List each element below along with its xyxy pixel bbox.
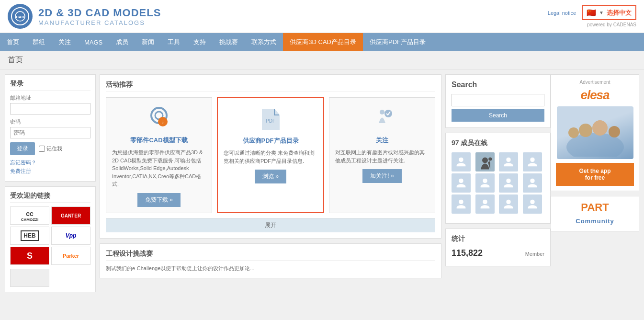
email-group: 邮箱地址 <box>10 94 90 114</box>
member-avatar-7[interactable] <box>499 173 518 193</box>
more-brands <box>10 269 90 287</box>
brand-extra1[interactable] <box>10 269 49 287</box>
header-title: 2D & 3D CAD MODELS MANUFACTURER CATALOGS <box>38 7 161 26</box>
follow-card-title: 关注 <box>335 136 429 145</box>
left-sidebar: 登录 邮箱地址 密码 登录 记住我 忘记密码？ 免费注册 <box>5 74 96 297</box>
challenge-title: 工程设计挑战赛 <box>106 250 435 261</box>
nav-follow[interactable]: 关注 <box>52 33 78 51</box>
member-avatar-5[interactable] <box>452 173 471 193</box>
ad-panel: Advertisement elesa Get the appfor free … <box>551 74 639 297</box>
header-logo: CAD 2D & 3D CAD MODELS MANUFACTURER CATA… <box>8 4 161 29</box>
search-widget: Search Search <box>445 74 551 128</box>
svg-point-11 <box>488 157 492 160</box>
lang-label: 选择中文 <box>607 9 632 17</box>
flag-icon: 🇨🇳 <box>587 8 596 17</box>
nav-contact[interactable]: 联系方式 <box>245 33 283 51</box>
right-sidebar: Search Search 97 成员在线 <box>445 74 551 297</box>
search-input[interactable] <box>452 94 544 106</box>
breadcrumb: 首页 <box>0 51 644 69</box>
site-subtitle: MANUFACTURER CATALOGS <box>38 19 161 26</box>
stats-title: 统计 <box>452 235 544 243</box>
remember-label[interactable]: 记住我 <box>39 145 62 152</box>
password-label: 密码 <box>10 118 90 126</box>
nav-tools[interactable]: 工具 <box>161 33 187 51</box>
center-content: 活动推荐 ↓ 零部件CAD模型下载 <box>100 74 441 297</box>
nav-members[interactable]: 成员 <box>109 33 135 51</box>
challenge-desc: 测试我们的e-Challenge以便于帮助促上让你的设计作品更加论... <box>106 264 435 273</box>
member-avatar-3[interactable] <box>499 152 518 171</box>
cad-download-button[interactable]: 免费下载 » <box>137 193 181 207</box>
nav-groups[interactable]: 群组 <box>26 33 52 51</box>
nav-home[interactable]: 首页 <box>0 33 26 51</box>
pdf-browse-button[interactable]: 浏览 » <box>255 170 286 183</box>
svg-point-15 <box>609 126 620 137</box>
ad-label: Advertisement <box>556 80 634 85</box>
login-section: 登录 邮箱地址 密码 登录 记住我 忘记密码？ 免费注册 <box>5 74 96 182</box>
login-button[interactable]: 登录 <box>10 142 35 155</box>
brand-ganter[interactable]: GANTER <box>51 206 90 225</box>
password-input[interactable] <box>10 127 90 138</box>
member-avatar-2[interactable] <box>475 152 495 171</box>
brand-grid: cc CAMOZZI GANTER HEB Vpp S Parker <box>10 206 90 265</box>
search-button[interactable]: Search <box>452 109 544 122</box>
member-avatar-11[interactable] <box>499 194 518 214</box>
member-avatar-9[interactable] <box>452 194 471 214</box>
header-right: Legal notice 🇨🇳 ▼ 选择中文 powered by CADENA… <box>548 5 636 27</box>
nav-pdf-catalog[interactable]: 供应商PDF产品目录 <box>363 33 432 51</box>
member-avatar-6[interactable] <box>475 173 495 193</box>
elesa-logo: elesa <box>556 88 634 103</box>
cad-card[interactable]: ↓ 零部件CAD模型下载 为您提供海量的零部件供应商产品3D & 2D CAD模… <box>106 97 212 213</box>
email-label: 邮箱地址 <box>10 94 90 102</box>
brand-camozzi[interactable]: cc CAMOZZI <box>10 206 49 225</box>
main-nav: 首页 群组 关注 MAGS 成员 新闻 工具 支持 挑战赛 联系方式 供应商3D… <box>0 33 644 51</box>
svg-point-13 <box>579 124 592 137</box>
cad-card-desc: 为您提供海量的零部件供应商产品3D & 2D CAD模型免费下载服务,可输出包括… <box>112 149 206 188</box>
ad-people-image <box>557 106 633 159</box>
brand-s[interactable]: S <box>10 247 49 265</box>
follow-button[interactable]: 加关注! » <box>362 169 401 183</box>
brand-parker[interactable]: Parker <box>51 247 90 265</box>
pdf-card[interactable]: PDF 供应商PDF产品目录 您可以通过清晰的分类,来免费查询和浏览相关的供应商… <box>217 97 324 213</box>
svg-point-16 <box>568 127 579 138</box>
svg-text:CAD: CAD <box>16 15 24 19</box>
powered-by: powered by CADENAS <box>587 22 636 27</box>
email-input[interactable] <box>10 103 90 114</box>
login-title: 登录 <box>10 80 90 91</box>
member-avatar-4[interactable] <box>523 152 542 171</box>
follow-card[interactable]: 关注 对互联网上的有趣图片或对感兴趣的其他成员工程设计主题进行关注. 加关注! … <box>329 97 435 213</box>
advertisement-box: Advertisement elesa Get the appfor free <box>551 74 639 191</box>
register-link[interactable]: 免费注册 <box>10 168 90 175</box>
part-community-box: PART Community <box>551 196 639 231</box>
legal-notice-link[interactable]: Legal notice <box>548 10 576 16</box>
cad-icon: ↓ <box>112 103 206 132</box>
member-avatar-1[interactable] <box>452 152 471 171</box>
lang-dropdown-arrow: ▼ <box>599 10 604 15</box>
member-avatar-10[interactable] <box>475 194 495 214</box>
nav-3d-catalog[interactable]: 供应商3D CAD产品目录 <box>283 33 363 51</box>
nav-challenges[interactable]: 挑战赛 <box>213 33 245 51</box>
follow-icon <box>335 103 429 132</box>
forgot-password-link[interactable]: 忘记密码？ <box>10 159 90 166</box>
member-avatar-8[interactable] <box>523 173 542 193</box>
svg-point-10 <box>482 157 488 163</box>
pdf-icon: PDF <box>224 104 317 133</box>
expand-bar[interactable]: 展开 <box>106 218 435 232</box>
brand-vpp[interactable]: Vpp <box>51 227 90 245</box>
pdf-card-desc: 您可以通过清晰的分类,来免费查询和浏览相关的供应商PDF产品目录信息. <box>224 149 317 165</box>
nav-news[interactable]: 新闻 <box>135 33 161 51</box>
app-download-button[interactable]: Get the appfor free <box>556 163 634 186</box>
member-avatar-12[interactable] <box>523 194 542 214</box>
main-content: 登录 邮箱地址 密码 登录 记住我 忘记密码？ 免费注册 <box>0 69 644 302</box>
challenge-section: 工程设计挑战赛 测试我们的e-Challenge以便于帮助促上让你的设计作品更加… <box>100 243 441 279</box>
nav-mags[interactable]: MAGS <box>78 33 109 51</box>
sidebar-extra-links: 忘记密码？ 免费注册 <box>10 159 90 175</box>
stat-row-members: 115,822 Member <box>452 248 544 258</box>
remember-checkbox[interactable] <box>39 146 45 152</box>
svg-point-8 <box>380 110 384 114</box>
nav-support[interactable]: 支持 <box>187 33 213 51</box>
follow-card-desc: 对互联网上的有趣图片或对感兴趣的其他成员工程设计主题进行关注. <box>335 149 429 164</box>
cad-card-title: 零部件CAD模型下载 <box>112 136 206 145</box>
language-selector[interactable]: 🇨🇳 ▼ 选择中文 <box>582 5 636 20</box>
brand-heb[interactable]: HEB <box>10 227 49 245</box>
svg-text:↓: ↓ <box>161 118 164 125</box>
